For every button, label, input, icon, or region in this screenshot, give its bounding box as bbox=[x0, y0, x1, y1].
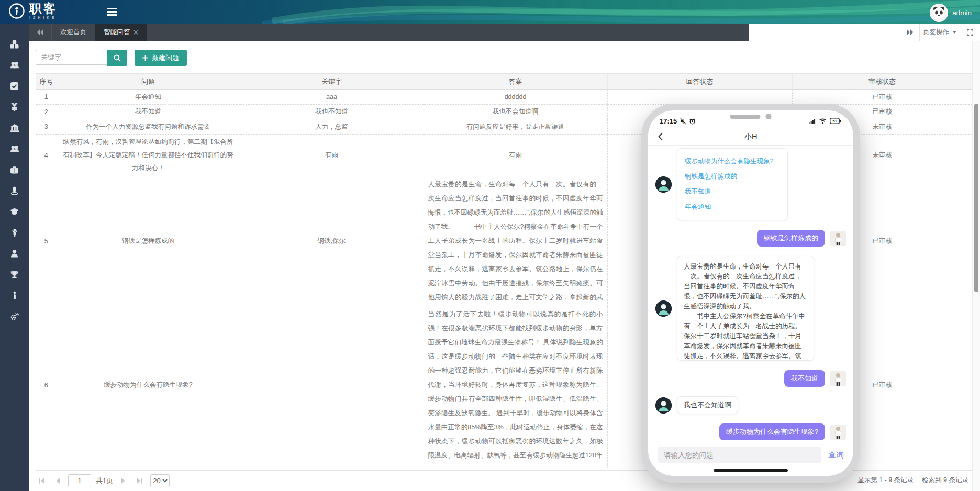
prev-page-button[interactable] bbox=[52, 475, 63, 487]
phone-preview: 17:15 51 小H bbox=[641, 104, 860, 483]
street-view-icon bbox=[10, 186, 19, 195]
sidebar-item-users[interactable] bbox=[0, 54, 29, 75]
user-avatar bbox=[830, 425, 846, 440]
users-icon bbox=[10, 61, 19, 70]
panda-icon bbox=[932, 6, 946, 20]
first-page-button[interactable] bbox=[36, 475, 47, 487]
cell-answer: 有雨 bbox=[424, 135, 607, 176]
user-menu[interactable]: admin bbox=[930, 4, 972, 22]
sidebar-item-team[interactable] bbox=[0, 138, 29, 159]
sidebar-item-check[interactable] bbox=[0, 75, 29, 96]
logo-icon bbox=[8, 3, 25, 19]
cell-keyword: 人力，总监 bbox=[240, 119, 424, 135]
cell-seq: 6 bbox=[36, 306, 57, 464]
home-indicator[interactable] bbox=[714, 469, 788, 472]
col-seq: 序号 bbox=[36, 74, 57, 90]
cell-keyword bbox=[240, 464, 424, 471]
user-avatar bbox=[830, 231, 846, 246]
user-message: 我不知道 bbox=[655, 370, 846, 387]
topbar-wave-decoration bbox=[0, 0, 980, 24]
fullscreen-icon bbox=[966, 29, 974, 36]
new-question-button[interactable]: 新建问题 bbox=[135, 50, 187, 66]
bot-message: 缓步动物为什么会有隐生现象? 钢铁是怎样炼成的 我不知道 年会通知 bbox=[655, 148, 846, 220]
sidebar-item-info[interactable] bbox=[0, 285, 29, 306]
cell-keyword: 钢铁,保尔 bbox=[240, 176, 424, 306]
suggestion-link[interactable]: 年会通知 bbox=[684, 199, 781, 215]
cell-seq: 3 bbox=[36, 119, 57, 135]
new-question-label: 新建问题 bbox=[152, 53, 179, 63]
sidebar-item-settings[interactable] bbox=[0, 306, 29, 327]
search-input[interactable] bbox=[36, 50, 107, 65]
user-bubble: 钢铁是怎样炼成的 bbox=[757, 230, 825, 247]
robot-user-icon bbox=[655, 300, 672, 317]
yen-icon bbox=[10, 103, 19, 111]
chat-area: 缓步动物为什么会有隐生现象? 钢铁是怎样炼成的 我不知道 年会通知 钢铁是怎样炼… bbox=[648, 146, 853, 448]
close-icon[interactable] bbox=[133, 30, 138, 35]
cell-question: 纵然有风，有雨，汉哲管理论丛如约前行，第二期【混合所有制改革】今天定版定稿！任何… bbox=[57, 135, 240, 176]
sidebar-item-bank[interactable] bbox=[0, 117, 29, 138]
magnifier-icon bbox=[113, 54, 121, 62]
user-message: 缓步动物为什么会有隐生现象? bbox=[655, 423, 846, 440]
records-count-label: 检索到 9 条记录 bbox=[922, 476, 968, 485]
col-answer: 答案 bbox=[424, 74, 607, 90]
tabstrip: 欢迎首页 智能问答 bbox=[29, 24, 749, 41]
sidebar-item-cubes[interactable] bbox=[0, 34, 29, 54]
sidebar-item-briefcase[interactable] bbox=[0, 159, 29, 180]
suggestion-link[interactable]: 我不知道 bbox=[684, 184, 781, 199]
tabbar: 欢迎首页 智能问答 页签操作 bbox=[29, 24, 980, 41]
briefcase-icon bbox=[10, 165, 19, 174]
tab-label: 欢迎首页 bbox=[60, 28, 86, 37]
cell-keyword: 我也不知道 bbox=[240, 105, 424, 119]
scrollbar-thumb[interactable] bbox=[974, 104, 978, 292]
cell-seq: 1 bbox=[36, 90, 57, 105]
last-page-icon bbox=[136, 477, 143, 484]
plus-icon bbox=[142, 55, 148, 61]
tab-qa[interactable]: 智能问答 bbox=[95, 24, 147, 41]
search-button[interactable] bbox=[107, 50, 127, 66]
bot-bubble: 人最宝贵的是生命，生命对每一个人只有一次。者仅有的一次生命应当怎样度过，当回首往… bbox=[677, 256, 814, 361]
admin-label: admin bbox=[952, 9, 972, 17]
status-time: 17:15 bbox=[660, 117, 677, 125]
query-button[interactable]: 查询 bbox=[828, 450, 844, 460]
last-page-button[interactable] bbox=[134, 475, 146, 487]
user-bubble: 缓步动物为什么会有隐生现象? bbox=[719, 423, 825, 440]
menu-toggle-button[interactable] bbox=[107, 8, 117, 17]
sidebar-item-user[interactable] bbox=[0, 243, 29, 264]
sidebar-item-finance[interactable] bbox=[0, 96, 29, 117]
tab-scroll-right-button[interactable] bbox=[900, 24, 919, 41]
records-summary: 显示第 1 - 9 条记录 检索到 9 条记录 bbox=[858, 476, 968, 485]
tab-welcome[interactable]: 欢迎首页 bbox=[52, 24, 95, 41]
tab-scroll-left-button[interactable] bbox=[29, 24, 52, 41]
suggestion-card: 缓步动物为什么会有隐生现象? 钢铁是怎样炼成的 我不知道 年会通知 bbox=[677, 148, 788, 220]
caret-down-icon bbox=[952, 31, 956, 34]
double-left-arrow-icon bbox=[37, 29, 43, 35]
back-button[interactable] bbox=[658, 132, 663, 141]
first-page-icon bbox=[38, 477, 45, 484]
phone-notch bbox=[730, 114, 772, 119]
tab-actions-button[interactable]: 页签操作 bbox=[919, 24, 960, 41]
logo-subtext: IZHIKE bbox=[29, 16, 58, 19]
user-icon bbox=[10, 249, 19, 258]
bot-avatar bbox=[655, 397, 672, 414]
question-input[interactable] bbox=[658, 447, 821, 463]
table-row[interactable]: 1 年会通知 aaa dddddd 已审核 bbox=[36, 90, 972, 105]
cell-question: 钢铁是怎样炼成的 bbox=[57, 176, 240, 306]
col-keyword: 关键字 bbox=[240, 74, 424, 90]
sidebar-item-street-view[interactable] bbox=[0, 180, 29, 201]
sidebar-item-trophy[interactable] bbox=[0, 264, 29, 285]
logo: 职客 IZHIKE bbox=[8, 3, 58, 19]
bot-bubble: 我也不会知道啊 bbox=[677, 396, 738, 414]
sidebar-item-graduation[interactable] bbox=[0, 201, 29, 222]
gears-icon bbox=[10, 312, 19, 321]
suggestion-link[interactable]: 缓步动物为什么会有隐生现象? bbox=[684, 154, 781, 169]
next-page-button[interactable] bbox=[118, 475, 129, 487]
table-header-row: 序号 问题 关键字 答案 回答状态 审核状态 bbox=[36, 74, 972, 90]
scrollbar[interactable] bbox=[972, 41, 980, 491]
page-input[interactable] bbox=[68, 474, 91, 487]
suggestion-link[interactable]: 钢铁是怎样炼成的 bbox=[684, 169, 781, 184]
tab-controls: 页签操作 bbox=[900, 24, 980, 41]
page-size-select[interactable]: 20 bbox=[150, 474, 170, 487]
fullscreen-button[interactable] bbox=[960, 24, 980, 41]
sidebar-item-child[interactable] bbox=[0, 222, 29, 243]
alarm-icon bbox=[689, 118, 696, 125]
